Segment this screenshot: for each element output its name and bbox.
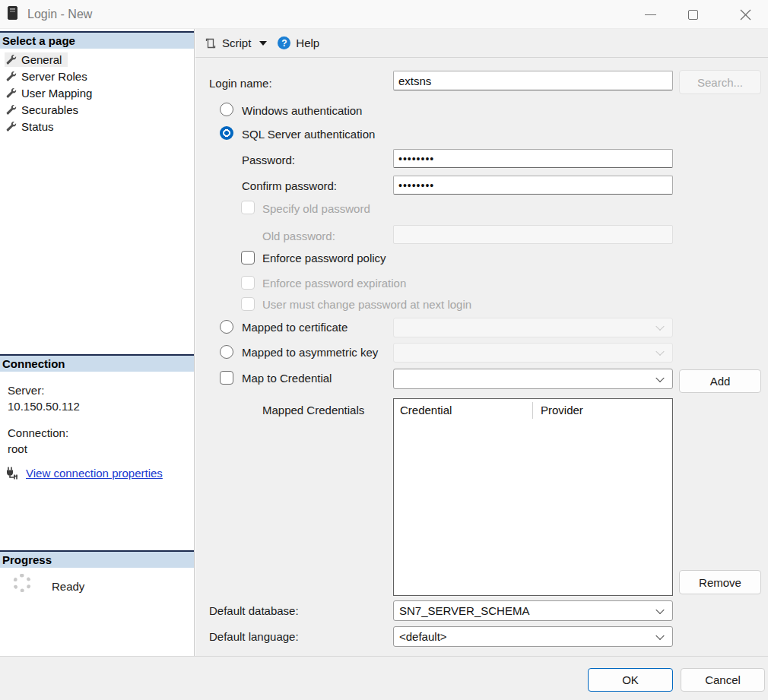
sidebar-item-label: Status bbox=[21, 120, 54, 133]
table-header-row: Credential Provider bbox=[394, 399, 672, 422]
password-input[interactable] bbox=[393, 149, 673, 168]
specify-old-password-label: Specify old password bbox=[262, 202, 370, 215]
sidebar-item-label: Securables bbox=[21, 103, 78, 116]
help-button[interactable]: ? Help bbox=[278, 36, 319, 49]
chevron-down-icon bbox=[655, 605, 664, 613]
credential-select[interactable] bbox=[393, 369, 673, 389]
wrench-icon bbox=[6, 71, 17, 81]
connection-value: root bbox=[8, 442, 27, 455]
default-language-select[interactable]: <default> bbox=[393, 626, 673, 647]
dialog-toolbar: Script ? Help bbox=[195, 29, 768, 58]
enforce-password-policy-label: Enforce password policy bbox=[262, 252, 386, 264]
default-language-value: <default> bbox=[399, 630, 447, 643]
sidebar-item-status[interactable]: Status bbox=[0, 118, 60, 135]
sidebar-item-server-roles[interactable]: Server Roles bbox=[0, 68, 94, 84]
server-value: 10.150.50.112 bbox=[8, 400, 80, 413]
remove-button[interactable]: Remove bbox=[679, 570, 761, 594]
chevron-down-icon bbox=[259, 41, 267, 46]
wrench-icon bbox=[6, 54, 17, 65]
maximize-button[interactable] bbox=[676, 0, 709, 29]
old-password-label: Old password: bbox=[262, 230, 335, 242]
provider-column-header: Provider bbox=[533, 402, 583, 419]
close-icon bbox=[740, 9, 751, 21]
windows-authentication-radio[interactable] bbox=[220, 103, 233, 116]
sidebar-item-label: User Mapping bbox=[21, 87, 92, 100]
enforce-password-policy-checkbox[interactable] bbox=[241, 251, 255, 264]
mapped-credentials-table[interactable]: Credential Provider bbox=[393, 398, 673, 596]
login-name-label: Login name: bbox=[209, 77, 272, 90]
sidebar-item-label: General bbox=[21, 53, 62, 66]
script-icon bbox=[205, 37, 217, 49]
view-connection-properties-link[interactable]: View connection properties bbox=[26, 467, 163, 480]
connection-label: Connection: bbox=[8, 426, 68, 439]
sidebar-item-user-mapping[interactable]: User Mapping bbox=[0, 84, 98, 101]
sidebar-item-general[interactable]: General bbox=[0, 51, 68, 68]
confirm-password-input[interactable] bbox=[393, 176, 673, 195]
sidebar: Select a page General Server Roles User … bbox=[0, 29, 195, 656]
connection-header: Connection bbox=[0, 354, 194, 372]
chevron-down-icon bbox=[655, 347, 664, 356]
sql-server-authentication-radio[interactable] bbox=[220, 126, 233, 140]
help-icon: ? bbox=[278, 36, 290, 49]
search-button: Search... bbox=[679, 70, 761, 94]
must-change-password-label: User must change password at next login bbox=[262, 298, 471, 311]
confirm-password-label: Confirm password: bbox=[242, 179, 337, 192]
wrench-icon bbox=[6, 104, 17, 115]
progress-status: Ready bbox=[52, 580, 84, 593]
default-language-label: Default language: bbox=[209, 630, 299, 643]
server-icon bbox=[8, 6, 17, 20]
select-a-page-header: Select a page bbox=[0, 31, 194, 49]
enforce-password-expiration-label: Enforce password expiration bbox=[262, 277, 406, 290]
minimize-button[interactable] bbox=[633, 0, 667, 29]
minimize-icon bbox=[645, 14, 656, 15]
cancel-button[interactable]: Cancel bbox=[681, 668, 765, 692]
wrench-icon bbox=[6, 121, 17, 131]
maximize-icon bbox=[688, 10, 698, 20]
chevron-down-icon bbox=[655, 322, 664, 331]
sidebar-item-label: Server Roles bbox=[21, 70, 87, 83]
close-button[interactable] bbox=[728, 0, 762, 29]
asymmetric-key-select bbox=[393, 343, 673, 363]
default-database-label: Default database: bbox=[209, 604, 299, 617]
specify-old-password-checkbox bbox=[241, 201, 255, 214]
mapped-to-asymmetric-key-radio[interactable] bbox=[220, 345, 233, 359]
title-bar: Login - New bbox=[0, 0, 768, 29]
ok-button[interactable]: OK bbox=[588, 668, 673, 692]
plug-icon bbox=[5, 466, 19, 480]
credential-column-header: Credential bbox=[394, 402, 533, 419]
enforce-password-expiration-checkbox bbox=[241, 276, 255, 290]
sql-server-authentication-label: SQL Server authentication bbox=[242, 128, 375, 141]
login-name-input[interactable] bbox=[393, 71, 673, 90]
chevron-down-icon bbox=[655, 631, 664, 639]
window-title: Login - New bbox=[27, 0, 92, 29]
map-to-credential-label: Map to Credential bbox=[242, 372, 332, 385]
login-new-dialog: Login - New Select a page General Server… bbox=[0, 0, 768, 700]
script-button[interactable]: Script bbox=[205, 36, 267, 49]
add-button[interactable]: Add bbox=[679, 369, 761, 393]
mapped-to-asymmetric-key-label: Mapped to asymmetric key bbox=[242, 346, 378, 359]
progress-header: Progress bbox=[0, 550, 194, 568]
chevron-down-icon bbox=[655, 373, 664, 382]
password-label: Password: bbox=[242, 154, 295, 166]
must-change-password-checkbox bbox=[241, 297, 255, 311]
view-connection-properties-row: View connection properties bbox=[5, 466, 163, 480]
server-label: Server: bbox=[8, 384, 44, 397]
default-database-select[interactable]: SN7_SERVER_SCHEMA bbox=[393, 600, 673, 621]
mapped-to-certificate-label: Mapped to certificate bbox=[242, 321, 348, 334]
help-label: Help bbox=[296, 36, 319, 49]
mapped-credentials-label: Mapped Credentials bbox=[262, 404, 364, 417]
map-to-credential-checkbox[interactable] bbox=[220, 371, 233, 385]
mapped-to-certificate-radio[interactable] bbox=[220, 320, 233, 334]
script-label: Script bbox=[222, 36, 251, 49]
certificate-select bbox=[393, 318, 673, 337]
windows-authentication-label: Windows authentication bbox=[242, 104, 362, 117]
sidebar-item-securables[interactable]: Securables bbox=[0, 101, 84, 118]
default-database-value: SN7_SERVER_SCHEMA bbox=[399, 604, 529, 617]
old-password-input bbox=[393, 225, 673, 244]
progress-spinner-icon bbox=[13, 574, 31, 592]
wrench-icon bbox=[6, 87, 17, 98]
